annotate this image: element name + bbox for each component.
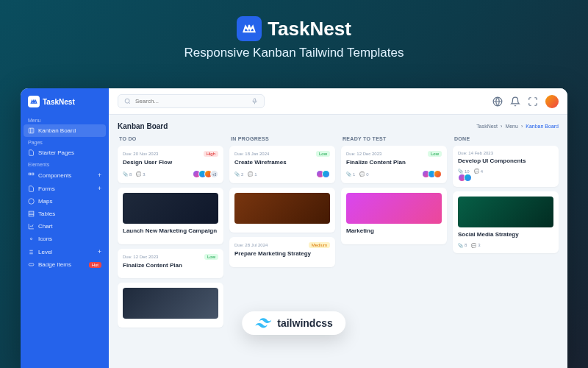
svg-point-7 bbox=[125, 99, 129, 103]
svg-point-5 bbox=[30, 238, 32, 239]
comment-icon: 💬3 bbox=[471, 243, 480, 248]
priority-badge: Medium bbox=[309, 242, 330, 248]
page-title: Kanban Board bbox=[118, 122, 168, 130]
column-done: DONE Due: 14 Feb 2023 Develop UI Compone… bbox=[453, 136, 559, 332]
card-image bbox=[346, 193, 442, 224]
sidebar-item-icons[interactable]: Icons bbox=[21, 233, 109, 245]
page-header: Kanban Board TaskNest› Menu› Kanban Boar… bbox=[118, 122, 559, 130]
topbar bbox=[109, 88, 567, 115]
kanban-card[interactable]: Marketing bbox=[341, 188, 447, 244]
svg-rect-6 bbox=[29, 263, 34, 266]
sidebar-title: TaskNest bbox=[43, 98, 75, 106]
assignees bbox=[458, 174, 483, 182]
user-avatar[interactable] bbox=[545, 95, 559, 108]
assignees bbox=[316, 170, 330, 178]
sidebar-section-elements: Elements bbox=[21, 159, 109, 169]
kanban-card[interactable]: Due: 14 Feb 2023 Develop UI Components 📎… bbox=[453, 146, 559, 187]
expand-icon: + bbox=[98, 248, 101, 255]
sidebar: TaskNest Menu Kanban Board Pages Starter… bbox=[21, 88, 109, 368]
kanban-board: TO DO Due: 20 Nov 2023High Design User F… bbox=[118, 136, 559, 332]
column-progress: IN PROGRESS Due: 18 Jan 2024Low Create W… bbox=[229, 136, 335, 332]
tailwind-badge: tailwindcss bbox=[242, 311, 345, 335]
mic-icon[interactable] bbox=[251, 98, 258, 105]
sidebar-item-components[interactable]: Components+ bbox=[21, 169, 109, 182]
column-ready: READY TO TEST Due: 12 Dec 2023Low Finali… bbox=[341, 136, 447, 332]
sidebar-section-menu: Menu bbox=[21, 115, 109, 124]
hot-badge: Hot bbox=[89, 262, 101, 268]
attachment-icon: 📎8 bbox=[458, 243, 467, 248]
kanban-card[interactable]: Due: 12 Dec 2023Low Finalize Content Pla… bbox=[341, 146, 447, 183]
sidebar-section-pages: Pages bbox=[21, 137, 109, 146]
svg-point-3 bbox=[29, 199, 35, 205]
sidebar-item-starter[interactable]: Starter Pages bbox=[21, 146, 109, 159]
attachment-icon: 📎1 bbox=[346, 171, 355, 177]
sidebar-item-maps[interactable]: Maps bbox=[21, 195, 109, 208]
card-image bbox=[123, 193, 218, 224]
kanban-card[interactable] bbox=[229, 188, 335, 233]
sidebar-item-forms[interactable]: Forms+ bbox=[21, 182, 109, 195]
column-todo: TO DO Due: 20 Nov 2023High Design User F… bbox=[118, 136, 223, 332]
priority-badge: Low bbox=[428, 151, 442, 157]
sidebar-logo[interactable]: TaskNest bbox=[21, 96, 109, 115]
hero-banner: TaskNest Responsive Kanban Tailwind Temp… bbox=[0, 0, 588, 71]
assignees: +3 bbox=[193, 170, 218, 178]
attachment-icon: 📎2 bbox=[234, 171, 243, 177]
kanban-card[interactable]: Launch New Marketing Campaign bbox=[118, 188, 223, 244]
card-image bbox=[123, 288, 218, 319]
sidebar-item-tables[interactable]: Tables bbox=[21, 208, 109, 220]
fullscreen-icon[interactable] bbox=[528, 96, 538, 107]
kanban-card[interactable]: Due: 18 Jan 2024Low Create Wireframes 📎2… bbox=[229, 146, 335, 183]
kanban-card[interactable]: Due: 12 Dec 2023Low Finalize Content Pla… bbox=[118, 249, 223, 278]
comment-icon: 💬0 bbox=[359, 171, 368, 177]
hero-title: TaskNest bbox=[268, 18, 351, 40]
tailwind-label: tailwindcss bbox=[277, 317, 332, 329]
svg-rect-2 bbox=[32, 173, 34, 175]
priority-badge: Low bbox=[204, 254, 218, 260]
svg-rect-0 bbox=[29, 128, 34, 133]
assignees bbox=[422, 170, 442, 178]
comment-icon: 💬4 bbox=[474, 169, 483, 174]
breadcrumb: TaskNest› Menu› Kanban Board bbox=[476, 124, 559, 129]
globe-icon[interactable] bbox=[492, 96, 503, 107]
sidebar-item-chart[interactable]: Chart bbox=[21, 220, 109, 233]
priority-badge: High bbox=[204, 151, 218, 157]
hero-logo: TaskNest bbox=[237, 16, 351, 41]
search-input[interactable] bbox=[135, 98, 247, 105]
svg-rect-8 bbox=[254, 99, 255, 102]
column-header: IN PROGRESS bbox=[229, 136, 335, 141]
kanban-card[interactable]: Due: 20 Nov 2023High Design User Flow 📎8… bbox=[118, 146, 223, 183]
sidebar-item-level[interactable]: Level+ bbox=[21, 245, 109, 258]
column-header: TO DO bbox=[118, 136, 223, 141]
card-image bbox=[234, 193, 330, 224]
card-image bbox=[458, 197, 553, 227]
attachment-icon: 📎10 bbox=[458, 169, 470, 174]
svg-rect-4 bbox=[29, 211, 34, 216]
hero-subtitle: Responsive Kanban Tailwind Templates bbox=[0, 46, 588, 60]
tailwind-icon bbox=[255, 318, 271, 328]
attachment-icon: 📎8 bbox=[123, 171, 132, 177]
sidebar-item-badge[interactable]: Badge ItemsHot bbox=[21, 258, 109, 271]
crown-icon bbox=[28, 96, 40, 107]
column-header: DONE bbox=[453, 136, 559, 141]
kanban-card[interactable]: Social Media Strategy 📎8💬3 bbox=[453, 191, 559, 252]
comment-icon: 💬1 bbox=[248, 171, 257, 177]
priority-badge: Low bbox=[316, 151, 330, 157]
kanban-card[interactable]: Due: 28 Jul 2024Medium Prepare Marketing… bbox=[229, 237, 335, 266]
expand-icon: + bbox=[98, 171, 101, 179]
crown-icon bbox=[237, 16, 262, 41]
kanban-card[interactable] bbox=[118, 283, 223, 328]
search-box[interactable] bbox=[118, 94, 265, 108]
comment-icon: 💬3 bbox=[136, 171, 145, 177]
expand-icon: + bbox=[98, 185, 101, 192]
search-icon bbox=[124, 98, 131, 105]
sidebar-item-kanban[interactable]: Kanban Board bbox=[24, 124, 106, 137]
bell-icon[interactable] bbox=[510, 96, 520, 107]
svg-rect-1 bbox=[29, 173, 31, 175]
column-header: READY TO TEST bbox=[341, 136, 447, 141]
